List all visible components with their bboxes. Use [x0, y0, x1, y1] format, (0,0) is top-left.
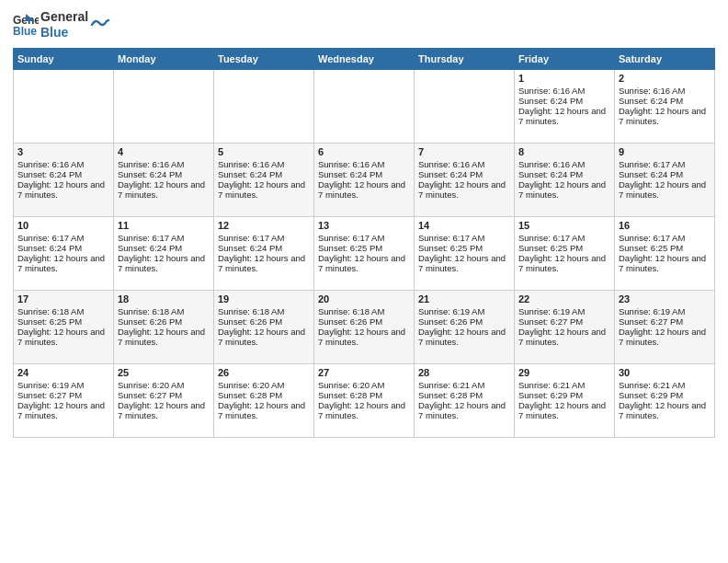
- daylight-info: Daylight: 12 hours and 7 minutes.: [17, 327, 105, 347]
- calendar-cell: [314, 69, 415, 143]
- calendar-cell: [415, 69, 515, 143]
- calendar-cell: 8Sunrise: 6:16 AMSunset: 6:24 PMDaylight…: [515, 143, 615, 216]
- daylight-info: Daylight: 12 hours and 7 minutes.: [418, 327, 506, 347]
- sunset-info: Sunset: 6:28 PM: [218, 390, 282, 400]
- day-header-monday: Monday: [114, 48, 214, 69]
- calendar-cell: 3Sunrise: 6:16 AMSunset: 6:24 PMDaylight…: [14, 143, 114, 216]
- day-header-friday: Friday: [515, 48, 615, 69]
- daylight-info: Daylight: 12 hours and 7 minutes.: [318, 179, 405, 200]
- calendar-cell: [14, 69, 114, 143]
- header: General Blue General Blue: [13, 9, 715, 40]
- sunset-info: Sunset: 6:24 PM: [318, 169, 382, 179]
- calendar-cell: 1Sunrise: 6:16 AMSunset: 6:24 PMDaylight…: [515, 69, 615, 143]
- sunset-info: Sunset: 6:25 PM: [619, 243, 683, 253]
- sunrise-info: Sunrise: 6:17 AM: [318, 233, 384, 243]
- calendar-table: SundayMondayTuesdayWednesdayThursdayFrid…: [13, 48, 715, 438]
- calendar-cell: 21Sunrise: 6:19 AMSunset: 6:26 PMDayligh…: [415, 290, 515, 363]
- calendar-cell: 17Sunrise: 6:18 AMSunset: 6:25 PMDayligh…: [14, 290, 114, 363]
- daylight-info: Daylight: 12 hours and 7 minutes.: [218, 400, 305, 420]
- calendar-cell: 20Sunrise: 6:18 AMSunset: 6:26 PMDayligh…: [314, 290, 415, 363]
- daylight-info: Daylight: 12 hours and 7 minutes.: [118, 253, 205, 273]
- logo-line2: Blue: [40, 25, 88, 40]
- calendar-header: SundayMondayTuesdayWednesdayThursdayFrid…: [14, 48, 715, 69]
- sunrise-info: Sunrise: 6:18 AM: [118, 306, 184, 316]
- daylight-info: Daylight: 12 hours and 7 minutes.: [619, 327, 706, 347]
- daylight-info: Daylight: 12 hours and 7 minutes.: [118, 400, 205, 420]
- sunset-info: Sunset: 6:25 PM: [17, 316, 82, 327]
- calendar-cell: 16Sunrise: 6:17 AMSunset: 6:25 PMDayligh…: [615, 216, 715, 290]
- calendar-cell: 23Sunrise: 6:19 AMSunset: 6:27 PMDayligh…: [615, 290, 715, 363]
- day-number: 19: [218, 293, 310, 304]
- day-number: 5: [218, 146, 310, 157]
- calendar-cell: 14Sunrise: 6:17 AMSunset: 6:25 PMDayligh…: [415, 216, 515, 290]
- day-number: 14: [418, 220, 510, 231]
- calendar-cell: 18Sunrise: 6:18 AMSunset: 6:26 PMDayligh…: [114, 290, 214, 363]
- daylight-info: Daylight: 12 hours and 7 minutes.: [318, 253, 405, 273]
- week-row-4: 17Sunrise: 6:18 AMSunset: 6:25 PMDayligh…: [14, 290, 715, 363]
- day-number: 20: [318, 293, 410, 304]
- sunrise-info: Sunrise: 6:19 AM: [518, 306, 585, 316]
- calendar-cell: 2Sunrise: 6:16 AMSunset: 6:24 PMDaylight…: [615, 69, 715, 143]
- day-header-wednesday: Wednesday: [314, 48, 415, 69]
- sunrise-info: Sunrise: 6:16 AM: [418, 159, 484, 169]
- sunrise-info: Sunrise: 6:16 AM: [518, 159, 585, 169]
- calendar-cell: 6Sunrise: 6:16 AMSunset: 6:24 PMDaylight…: [314, 143, 415, 216]
- daylight-info: Daylight: 12 hours and 7 minutes.: [619, 179, 706, 200]
- sunset-info: Sunset: 6:27 PM: [118, 390, 182, 400]
- daylight-info: Daylight: 12 hours and 7 minutes.: [418, 253, 506, 273]
- sunrise-info: Sunrise: 6:17 AM: [619, 159, 685, 169]
- sunrise-info: Sunrise: 6:21 AM: [418, 380, 484, 390]
- calendar-cell: 30Sunrise: 6:21 AMSunset: 6:29 PMDayligh…: [615, 363, 715, 437]
- calendar-cell: 19Sunrise: 6:18 AMSunset: 6:26 PMDayligh…: [214, 290, 314, 363]
- daylight-info: Daylight: 12 hours and 7 minutes.: [619, 253, 706, 273]
- day-number: 10: [17, 220, 109, 231]
- daylight-info: Daylight: 12 hours and 7 minutes.: [518, 400, 606, 420]
- day-number: 28: [418, 367, 510, 378]
- daylight-info: Daylight: 12 hours and 7 minutes.: [619, 400, 706, 420]
- calendar-cell: 7Sunrise: 6:16 AMSunset: 6:24 PMDaylight…: [415, 143, 515, 216]
- sunrise-info: Sunrise: 6:16 AM: [318, 159, 384, 169]
- calendar-cell: 26Sunrise: 6:20 AMSunset: 6:28 PMDayligh…: [214, 363, 314, 437]
- sunrise-info: Sunrise: 6:18 AM: [17, 306, 84, 316]
- sunset-info: Sunset: 6:27 PM: [518, 316, 583, 327]
- sunrise-info: Sunrise: 6:20 AM: [118, 380, 184, 390]
- calendar-cell: 25Sunrise: 6:20 AMSunset: 6:27 PMDayligh…: [114, 363, 214, 437]
- day-number: 27: [318, 367, 410, 378]
- day-header-tuesday: Tuesday: [214, 48, 314, 69]
- day-number: 26: [218, 367, 310, 378]
- daylight-info: Daylight: 12 hours and 7 minutes.: [17, 253, 105, 273]
- calendar-cell: 13Sunrise: 6:17 AMSunset: 6:25 PMDayligh…: [314, 216, 415, 290]
- sunrise-info: Sunrise: 6:17 AM: [218, 233, 284, 243]
- sunset-info: Sunset: 6:26 PM: [318, 316, 382, 327]
- day-number: 12: [218, 220, 310, 231]
- day-header-saturday: Saturday: [615, 48, 715, 69]
- sunrise-info: Sunrise: 6:17 AM: [17, 233, 84, 243]
- daylight-info: Daylight: 12 hours and 7 minutes.: [118, 179, 205, 200]
- sunrise-info: Sunrise: 6:20 AM: [218, 380, 284, 390]
- day-number: 13: [318, 220, 410, 231]
- daylight-info: Daylight: 12 hours and 7 minutes.: [518, 106, 606, 126]
- day-number: 3: [17, 146, 109, 157]
- day-number: 7: [418, 146, 510, 157]
- daylight-info: Daylight: 12 hours and 7 minutes.: [418, 179, 506, 200]
- page-container: General Blue General Blue SundayMondayTu…: [0, 0, 728, 447]
- day-number: 23: [619, 293, 711, 304]
- sunset-info: Sunset: 6:24 PM: [619, 169, 683, 179]
- calendar-cell: [114, 69, 214, 143]
- day-number: 16: [619, 220, 711, 231]
- sunset-info: Sunset: 6:26 PM: [418, 316, 483, 327]
- sunset-info: Sunset: 6:29 PM: [619, 390, 683, 400]
- daylight-info: Daylight: 12 hours and 7 minutes.: [318, 327, 405, 347]
- sunset-info: Sunset: 6:24 PM: [418, 169, 483, 179]
- sunset-info: Sunset: 6:25 PM: [518, 243, 583, 253]
- sunset-info: Sunset: 6:27 PM: [619, 316, 683, 327]
- daylight-info: Daylight: 12 hours and 7 minutes.: [17, 400, 105, 420]
- calendar-cell: 27Sunrise: 6:20 AMSunset: 6:28 PMDayligh…: [314, 363, 415, 437]
- sunrise-info: Sunrise: 6:16 AM: [118, 159, 184, 169]
- calendar-cell: 4Sunrise: 6:16 AMSunset: 6:24 PMDaylight…: [114, 143, 214, 216]
- calendar-cell: 22Sunrise: 6:19 AMSunset: 6:27 PMDayligh…: [515, 290, 615, 363]
- sunset-info: Sunset: 6:24 PM: [518, 169, 583, 179]
- day-number: 18: [118, 293, 210, 304]
- day-number: 8: [518, 146, 610, 157]
- sunset-info: Sunset: 6:24 PM: [17, 243, 82, 253]
